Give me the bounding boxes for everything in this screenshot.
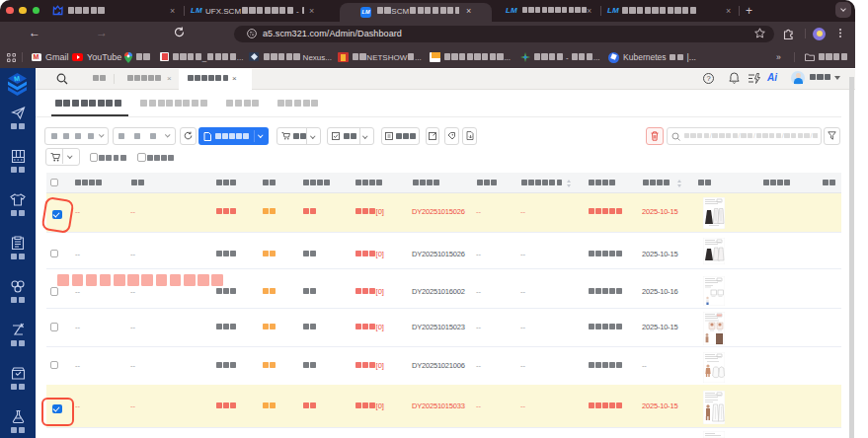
- svg-text:M: M: [14, 75, 21, 83]
